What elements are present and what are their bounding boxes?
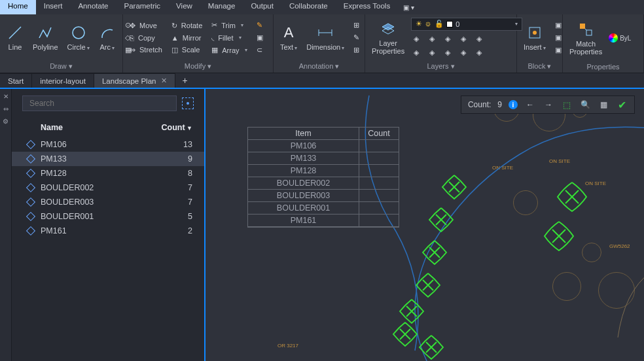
layer-tool-icon[interactable]: ◈ [458,33,469,44]
pick-block-icon[interactable] [182,97,194,109]
list-item[interactable]: PM1339 [12,152,204,166]
anno-misc-icon[interactable]: ✎ [351,32,362,43]
group-label-draw: Draw ▾ [0,61,122,73]
accept-icon[interactable]: ✔ [616,99,628,111]
insert-button[interactable]: Insert▾ [521,23,548,52]
move-icon: ✥ [130,22,135,30]
ribbon-tabs: Home Insert Annotate Parametric View Man… [0,0,644,14]
array-icon: ▦ [211,46,218,54]
ribbon-minimize-icon[interactable]: ▣ ▾ [398,0,420,14]
tab-output[interactable]: Output [243,0,281,14]
info-icon[interactable]: i [509,100,518,109]
tab-express-tools[interactable]: Express Tools [336,0,398,14]
tab-insert[interactable]: Insert [36,0,71,14]
list-item[interactable]: BOULDER0037 [12,195,204,209]
expand-palette-icon[interactable]: ⇔ [3,105,9,112]
text-button[interactable]: AText▾ [277,23,300,52]
arc-button[interactable]: Arc▾ [96,23,118,52]
item-name: BOULDER003 [41,198,188,207]
trim-button[interactable]: ✂Trim▾ [209,20,249,31]
layer-tool-icon[interactable]: ◈ [427,33,437,44]
column-name[interactable]: Name [41,123,63,132]
color-swatch-icon [446,21,453,27]
block-tool-icon[interactable]: ▣ [552,20,564,31]
lock-icon: 🔓 [435,20,444,28]
list-item[interactable]: PM1288 [12,166,204,180]
close-palette-icon[interactable]: ✕ [3,93,9,100]
drawing-canvas[interactable]: Count: 9 i ← → ⬚ 🔍 ▦ ✔ ItemCount PM106 P… [206,89,644,361]
doc-tab-landscape[interactable]: Landscape Plan✕ [94,73,175,88]
doc-tab-start[interactable]: Start [0,73,32,88]
list-item[interactable]: PM1612 [12,224,204,238]
tab-view[interactable]: View [168,0,200,14]
prev-arrow-icon[interactable]: ← [524,99,536,111]
circle-button[interactable]: Circle▾ [65,23,92,52]
tab-home[interactable]: Home [0,0,36,14]
stretch-button[interactable]: ⇔Stretch [127,44,165,56]
block-icon [25,169,35,177]
group-label-annotation: Annotation ▾ [274,61,365,73]
list-item[interactable]: PM10613 [12,137,204,152]
anno-misc-icon[interactable]: ⊞ [351,44,362,56]
current-layer-dropdown[interactable]: ☀ ⛭ 🔓 0 ▾ [411,18,522,31]
layer-properties-button[interactable]: Layer Properties [369,19,407,56]
layer-tool-icon[interactable]: ◈ [474,33,484,44]
item-count: 8 [188,169,192,178]
modify-misc-icon[interactable]: ⊂ [254,44,266,56]
layer-tool-icon[interactable]: ◈ [442,47,453,58]
block-tool-icon[interactable]: ▣ [552,32,564,43]
scale-icon: ◫ [171,46,178,54]
list-icon[interactable]: ▦ [598,99,609,111]
layer-tool-icon[interactable]: ◈ [427,47,437,58]
gear-icon[interactable]: ⚙ [3,118,9,125]
modify-misc-icon[interactable]: ✎ [254,20,266,31]
layer-tool-icon[interactable]: ◈ [442,33,453,44]
sun-icon: ⛭ [425,20,432,28]
svg-line-9 [585,29,586,30]
next-arrow-icon[interactable]: → [543,99,554,111]
add-tab-button[interactable]: + [175,75,194,86]
close-icon[interactable]: ✕ [161,77,167,85]
count-label: Count: [468,100,491,109]
modify-misc-icon[interactable]: ▣ [254,32,266,43]
tab-manage[interactable]: Manage [200,0,243,14]
zoom-icon[interactable]: 🔍 [579,99,591,111]
zoom-extents-icon[interactable]: ⬚ [561,99,573,111]
polyline-button[interactable]: Polyline [30,23,61,52]
item-name: BOULDER001 [41,212,188,221]
list-item[interactable]: BOULDER0015 [12,209,204,224]
count-palette: Name Count PM10613PM1339PM1288BOULDER002… [12,89,206,361]
copy-button[interactable]: ⎘Copy [127,33,165,43]
list-item[interactable]: BOULDER0027 [12,180,204,195]
svg-rect-7 [580,24,585,29]
tab-parametric[interactable]: Parametric [116,0,169,14]
scale-button[interactable]: ◫Scale [169,44,205,56]
layer-tool-icon[interactable]: ◈ [474,47,484,58]
tab-collaborate[interactable]: Collaborate [281,0,336,14]
item-count: 5 [188,212,192,221]
mirror-icon: ▲ [171,34,179,42]
doc-tab-interior[interactable]: interior-layout [32,73,94,88]
line-button[interactable]: Line [4,23,26,52]
fillet-button[interactable]: ◟Fillet▾ [209,32,249,43]
array-button[interactable]: ▦Array▾ [209,44,249,56]
bylayer-color[interactable]: ByL [620,35,631,42]
lightbulb-icon: ☀ [416,20,422,28]
tab-annotate[interactable]: Annotate [70,0,116,14]
item-count: 7 [188,198,192,207]
anno-misc-icon[interactable]: ⊞ [351,20,362,31]
layer-tool-icon[interactable]: ◈ [411,47,421,58]
search-input[interactable] [22,95,177,111]
list-header[interactable]: Name Count [12,119,204,137]
layer-tool-icon[interactable]: ◈ [458,47,469,58]
rotate-button[interactable]: ↻Rotate [169,20,205,31]
move-button[interactable]: ✥Move [127,20,165,31]
layer-tool-icon[interactable]: ◈ [411,33,421,44]
fillet-icon: ◟ [211,33,214,42]
column-count[interactable]: Count [161,123,192,132]
block-tool-icon[interactable]: ▣ [552,44,564,56]
dimension-button[interactable]: Dimension▾ [304,23,347,52]
item-count: 2 [188,226,192,235]
mirror-button[interactable]: ▲Mirror [169,33,205,43]
match-properties-button[interactable]: Match Properties [567,20,605,57]
